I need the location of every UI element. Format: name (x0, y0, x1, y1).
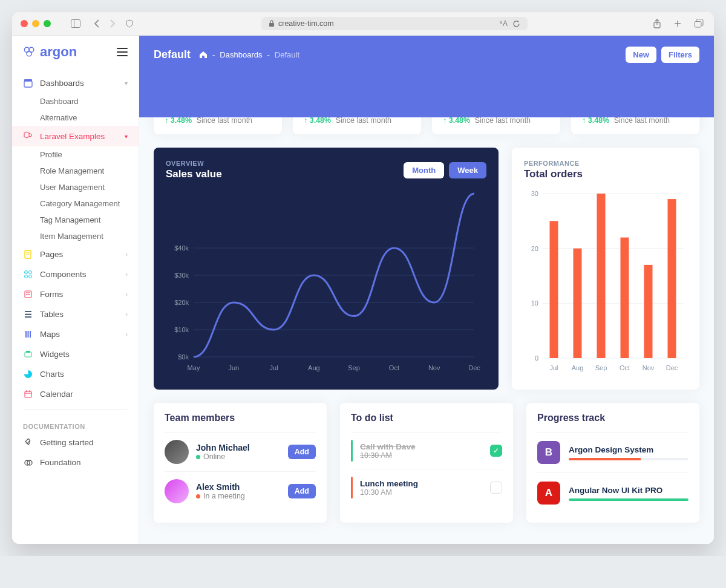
window-close[interactable] (21, 20, 28, 27)
nav-sub-tag-management[interactable]: Tag Management (40, 212, 139, 228)
progress-bar (569, 458, 688, 460)
nav-components[interactable]: Components› (12, 264, 139, 284)
todo-checkbox[interactable] (490, 482, 502, 494)
reload-icon[interactable] (512, 20, 520, 28)
doc-getting-started[interactable]: Getting started (12, 433, 139, 452)
nav-laravel-examples[interactable]: Laravel Examples ▾ (12, 126, 139, 146)
nav-dashboards-label: Dashboards (40, 79, 84, 88)
tabs-icon[interactable] (692, 17, 705, 30)
url-text: creative-tim.com (278, 19, 334, 28)
doc-foundation[interactable]: Foundation (12, 452, 139, 472)
window-minimize[interactable] (32, 20, 39, 27)
svg-text:Sep: Sep (595, 364, 607, 371)
svg-text:Jul: Jul (549, 364, 558, 371)
translate-icon[interactable]: ᵃA (500, 19, 508, 28)
tables-icon (23, 310, 33, 319)
sales-chart-title: Sales value (166, 168, 222, 180)
sidebar-collapse-button[interactable] (117, 48, 128, 56)
nav-dashboards[interactable]: Dashboards ▾ (12, 73, 139, 93)
orders-bar-chart: 0102030JulAugSepOctNovDec (524, 188, 687, 375)
doc-section-heading: DOCUMENTATION (12, 414, 139, 433)
calendar-icon (23, 390, 33, 399)
new-tab-icon[interactable] (672, 17, 684, 30)
dashboard-icon (23, 79, 33, 88)
svg-point-15 (24, 275, 27, 278)
svg-text:0: 0 (535, 354, 538, 362)
forms-icon (23, 290, 33, 299)
progress-item: BArgon Design System (537, 432, 688, 472)
todo-checkbox[interactable]: ✓ (490, 445, 502, 457)
svg-text:$0k: $0k (178, 353, 189, 361)
argon-logo-icon (23, 45, 36, 59)
new-button[interactable]: New (626, 47, 656, 63)
nav-sub-dashboard[interactable]: Dashboard (40, 93, 139, 109)
chevron-down-icon: ▾ (125, 80, 128, 87)
address-bar[interactable]: creative-tim.com ᵃA (261, 17, 528, 30)
nav-widgets[interactable]: Widgets (12, 344, 139, 364)
nav-sub-user-management[interactable]: User Management (40, 179, 139, 195)
svg-rect-23 (25, 331, 27, 338)
breadcrumb-current: Default (275, 50, 299, 59)
nav-calendar[interactable]: Calendar (12, 384, 139, 404)
nav-maps[interactable]: Maps› (12, 324, 139, 344)
charts-icon (23, 370, 33, 379)
svg-rect-0 (71, 20, 80, 28)
team-member: John MichaelOnlineAdd (165, 432, 316, 471)
svg-text:Dec: Dec (468, 364, 480, 371)
breadcrumb-dashboards[interactable]: Dashboards (220, 50, 262, 59)
svg-point-13 (24, 271, 27, 274)
laravel-icon (23, 131, 33, 141)
svg-rect-26 (25, 352, 31, 357)
window-maximize[interactable] (44, 20, 51, 27)
nav-sub-profile[interactable]: Profile (40, 146, 139, 163)
widgets-icon (23, 350, 33, 359)
svg-rect-71 (597, 194, 606, 358)
tab-week[interactable]: Week (449, 162, 486, 178)
share-icon[interactable] (651, 17, 663, 30)
sidebar-toggle-icon[interactable] (69, 18, 82, 30)
breadcrumb: - Dashboards - Default (199, 50, 299, 59)
filters-button[interactable]: Filters (661, 47, 699, 63)
nav-back-icon[interactable] (92, 18, 102, 30)
svg-text:Oct: Oct (389, 364, 399, 371)
svg-text:Aug: Aug (308, 364, 320, 371)
nav-sub-alternative[interactable]: Alternative (40, 109, 139, 126)
add-button[interactable]: Add (288, 445, 316, 459)
brand-logo[interactable]: argon (23, 44, 77, 60)
sales-line-chart: $0k$10k$20k$30k$40kMayJunJulAugSepOctNov… (166, 188, 480, 375)
nav-sub-category-management[interactable]: Category Management (40, 195, 139, 212)
svg-point-16 (28, 275, 31, 278)
orders-chart-subtitle: PERFORMANCE (524, 160, 687, 167)
nav-forward-icon[interactable] (108, 18, 117, 30)
svg-text:$40k: $40k (174, 244, 189, 252)
svg-point-7 (27, 51, 31, 56)
project-icon: A (537, 482, 560, 505)
chevron-down-icon: ▾ (125, 133, 128, 140)
home-icon[interactable] (199, 51, 208, 59)
nav-pages[interactable]: Pages› (12, 244, 139, 264)
nav-laravel-label: Laravel Examples (40, 132, 105, 141)
add-button[interactable]: Add (288, 484, 316, 498)
nav-forms[interactable]: Forms› (12, 284, 139, 304)
svg-text:$30k: $30k (174, 272, 189, 279)
sales-chart-card: OVERVIEW Sales value Month Week $0k$10k$… (154, 148, 499, 390)
browser-chrome: creative-tim.com ᵃA (12, 12, 714, 36)
svg-rect-69 (574, 249, 582, 358)
shield-icon[interactable] (123, 18, 136, 30)
nav-sub-role-management[interactable]: Role Management (40, 163, 139, 179)
tab-month[interactable]: Month (404, 162, 444, 178)
svg-rect-67 (550, 221, 558, 358)
todo-card: To do list Call with Dave10:30 AM✓Lunch … (340, 403, 513, 523)
nav-tables[interactable]: Tables› (12, 304, 139, 324)
chevron-right-icon: › (126, 291, 128, 298)
todo-title: To do list (351, 413, 502, 423)
progress-card: Progress track BArgon Design SystemAAngu… (526, 403, 699, 523)
nav-sub-item-management[interactable]: Item Management (40, 228, 139, 244)
svg-rect-27 (26, 351, 30, 353)
svg-text:Sep: Sep (348, 364, 360, 371)
svg-rect-24 (27, 331, 28, 338)
svg-rect-8 (24, 81, 32, 87)
nav-charts[interactable]: Charts (12, 364, 139, 384)
sidebar: argon Dashboards ▾ DashboardAlternative … (12, 36, 139, 544)
svg-text:Dec: Dec (666, 364, 678, 371)
